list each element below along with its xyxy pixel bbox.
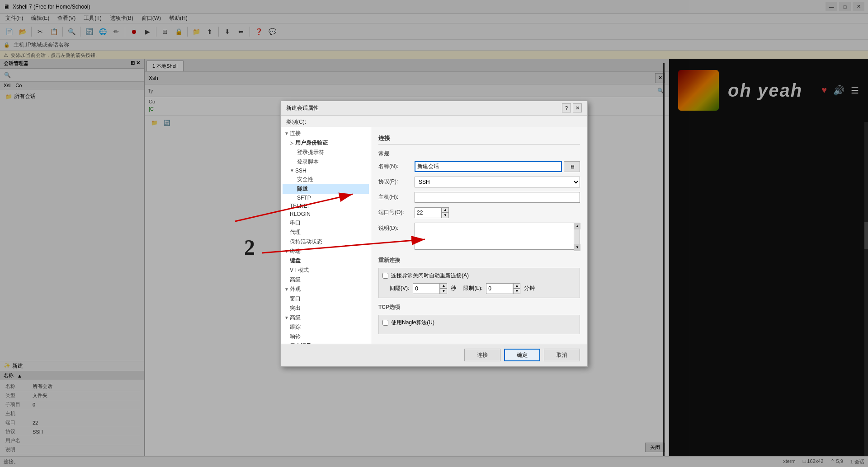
tree-appearance[interactable]: ▼ 外观 (283, 285, 369, 294)
tree-terminal-label: 终端 (290, 248, 301, 255)
protocol-select[interactable]: SSH TELNET RLOGIN SFTP SERIAL (415, 177, 580, 187)
tree-sftp[interactable]: SFTP (283, 194, 369, 202)
tree-keyboard-label: 键盘 (290, 257, 301, 265)
reconnect-checkbox-row: 连接异常关闭时自动重新连接(A) (382, 272, 576, 280)
dialog-close-btn[interactable]: ✕ (573, 103, 582, 112)
tree-auth[interactable]: ▷ 用户身份验证 (283, 138, 369, 148)
tree-advanced-label: 高级 (290, 314, 301, 322)
tree-trace-label: 跟踪 (290, 323, 301, 331)
port-spinner: ▲ ▼ (415, 207, 449, 218)
interval-spinner: ▲ ▼ (413, 283, 447, 294)
port-down-btn[interactable]: ▼ (442, 213, 449, 218)
tree-terminal[interactable]: ▼ 终端 (283, 247, 369, 256)
desc-label: 说明(D): (378, 223, 415, 232)
tree-advanced-terminal-label: 高级 (290, 276, 301, 284)
port-label: 端口号(O): (378, 209, 415, 216)
tree-security-label: 安全性 (297, 176, 313, 183)
tree-window[interactable]: 窗口 (283, 294, 369, 304)
tree-login-script-label: 登录脚本 (297, 158, 319, 166)
interval-label: 间隔(V): (390, 285, 409, 292)
reconnect-title: 重新连接 (378, 257, 580, 264)
port-up-btn[interactable]: ▲ (442, 207, 449, 213)
tree-login-prompt[interactable]: 登录提示符 (283, 148, 369, 157)
reconnect-section: 重新连接 连接异常关闭时自动重新连接(A) 间隔(V): ▲ (378, 257, 580, 298)
interval-unit: 秒 (451, 285, 456, 292)
dialog-overlay: 新建会话属性 ? ✕ 类别(C): ▼ 连接 ▷ 用户身份验证 (0, 0, 868, 467)
interval-row: 间隔(V): ▲ ▼ 秒 限制(L): (390, 283, 576, 294)
tree-advanced-terminal[interactable]: 高级 (283, 275, 369, 285)
protocol-label: 协议(P): (378, 178, 415, 186)
expand-icon-auth: ▷ (290, 140, 294, 145)
tree-ssh-label: SSH (295, 168, 307, 174)
port-spinner-btns: ▲ ▼ (442, 207, 449, 218)
tcp-section: TCP选项 使用Nagle算法(U) (378, 304, 580, 334)
interval-spinner-btns: ▲ ▼ (440, 283, 447, 294)
expand-icon-terminal: ▼ (284, 249, 289, 254)
dialog-title-controls: ? ✕ (562, 103, 582, 112)
ok-button[interactable]: 确定 (504, 349, 540, 361)
tree-highlight-label: 突出 (290, 304, 301, 312)
dialog-help-btn[interactable]: ? (562, 103, 571, 112)
desc-input[interactable] (415, 223, 580, 250)
desc-scroll-up[interactable]: ▲ (574, 223, 580, 229)
tree-telnet-label: TELNET (290, 203, 311, 209)
tree-tunnel-label: 隧道 (297, 185, 308, 193)
tcp-checkbox[interactable] (382, 320, 388, 326)
tree-bell[interactable]: 响铃 (283, 332, 369, 341)
tcp-box: 使用Nagle算法(U) (378, 315, 580, 334)
reconnect-checkbox[interactable] (382, 273, 388, 279)
tree-keyboard[interactable]: 键盘 (283, 256, 369, 266)
tree-security[interactable]: 安全性 (283, 175, 369, 184)
name-label: 名称(N): (378, 163, 415, 170)
tree-vt-mode-label: VT 模式 (290, 266, 309, 274)
tree-tunnel[interactable]: 隧道 (283, 184, 369, 194)
tree-proxy[interactable]: 代理 (283, 228, 369, 237)
tree-keepalive[interactable]: 保持活动状态 (283, 237, 369, 247)
name-input[interactable] (415, 161, 562, 172)
expand-icon-appearance: ▼ (284, 287, 289, 292)
host-field-group: 主机(H): (378, 192, 580, 203)
limit-input[interactable] (486, 283, 513, 294)
limit-down-btn[interactable]: ▼ (513, 289, 520, 294)
connect-button[interactable]: 连接 (464, 349, 500, 361)
tree-bell-label: 响铃 (290, 333, 301, 341)
port-input[interactable] (415, 207, 442, 218)
tree-appearance-label: 外观 (290, 285, 301, 293)
expand-icon-advanced: ▼ (284, 315, 289, 320)
dialog-tree: ▼ 连接 ▷ 用户身份验证 登录提示符 登录脚本 ▼ SSH (281, 127, 371, 344)
limit-unit: 分钟 (524, 285, 535, 292)
limit-up-btn[interactable]: ▲ (513, 283, 520, 289)
tree-connection[interactable]: ▼ 连接 (283, 129, 369, 138)
tree-serial-label: 串口 (290, 219, 301, 227)
subsection-title: 常规 (378, 150, 580, 158)
tree-vt-mode[interactable]: VT 模式 (283, 266, 369, 275)
dialog-footer: 连接 确定 取消 (281, 344, 587, 366)
tree-trace[interactable]: 跟踪 (283, 322, 369, 332)
tree-highlight[interactable]: 突出 (283, 304, 369, 313)
tree-ssh[interactable]: ▼ SSH (283, 167, 369, 175)
tcp-title: TCP选项 (378, 304, 580, 311)
tree-advanced[interactable]: ▼ 高级 (283, 313, 369, 322)
interval-down-btn[interactable]: ▼ (440, 289, 447, 294)
host-label: 主机(H): (378, 193, 415, 201)
tcp-checkbox-row: 使用Nagle算法(U) (382, 319, 576, 327)
expand-icon-connection: ▼ (284, 131, 289, 136)
tree-keepalive-label: 保持活动状态 (290, 238, 322, 246)
section-title: 连接 (378, 134, 580, 145)
interval-up-btn[interactable]: ▲ (440, 283, 447, 289)
desc-field-group: 说明(D): ▲ ▼ (378, 223, 580, 251)
interval-input[interactable] (413, 283, 440, 294)
tree-rlogin[interactable]: RLOGIN (283, 210, 369, 218)
tree-login-script[interactable]: 登录脚本 (283, 157, 369, 167)
tree-auth-label: 用户身份验证 (295, 139, 328, 147)
limit-spinner-btns: ▲ ▼ (513, 283, 520, 294)
tree-telnet[interactable]: TELNET (283, 202, 369, 210)
desc-scroll-down[interactable]: ▼ (574, 244, 580, 251)
name-icon-btn[interactable]: 🖥 (564, 161, 580, 172)
dialog-body: ▼ 连接 ▷ 用户身份验证 登录提示符 登录脚本 ▼ SSH (281, 127, 587, 344)
host-input[interactable] (415, 192, 580, 203)
dialog-title: 新建会话属性 (286, 104, 319, 112)
cancel-button[interactable]: 取消 (544, 349, 580, 361)
tree-login-prompt-label: 登录提示符 (297, 149, 324, 156)
tree-serial[interactable]: 串口 (283, 218, 369, 228)
